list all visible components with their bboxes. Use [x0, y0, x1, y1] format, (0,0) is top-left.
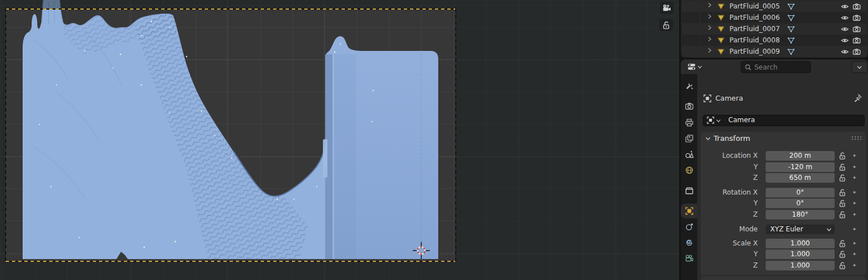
animate-dot[interactable]: [853, 154, 856, 157]
eye-icon[interactable]: [841, 3, 849, 10]
tab-constraints[interactable]: [681, 235, 697, 250]
tab-physics[interactable]: [681, 219, 697, 234]
lock-open-icon[interactable]: [839, 152, 846, 160]
object-name-value: Camera: [728, 116, 755, 124]
animate-dot[interactable]: [853, 176, 856, 179]
animate-dot[interactable]: [853, 166, 856, 168]
animate-dot[interactable]: [853, 253, 856, 255]
expand-chevron-icon[interactable]: [707, 14, 712, 19]
mesh-object-icon: [717, 48, 725, 55]
lock-open-icon[interactable]: [839, 163, 846, 171]
object-square-icon: [685, 206, 694, 216]
location-x-field[interactable]: 200 m: [766, 151, 835, 161]
field-label: Y: [701, 162, 758, 172]
collection-box-icon: [685, 186, 694, 195]
object-name[interactable]: PartFluid_0007: [729, 25, 780, 33]
scale-z-field[interactable]: 1.000: [766, 261, 835, 270]
eye-icon[interactable]: [841, 15, 849, 21]
animate-dot[interactable]: [853, 242, 856, 244]
mesh-object-icon: [717, 2, 725, 10]
location-z-field[interactable]: 650 m: [766, 173, 835, 183]
camera-icon[interactable]: [853, 25, 861, 32]
tab-collection[interactable]: [681, 183, 697, 198]
tab-world[interactable]: [681, 163, 697, 178]
lock-open-icon[interactable]: [839, 250, 846, 259]
lock-open-icon[interactable]: [839, 199, 846, 208]
tab-render[interactable]: [681, 99, 697, 114]
scale-y-field[interactable]: 1.000: [766, 249, 835, 259]
tab-output[interactable]: [681, 115, 697, 130]
rotation-mode-value: XYZ Euler: [770, 225, 803, 233]
camera-icon[interactable]: [853, 48, 861, 55]
render-icon: [685, 102, 694, 111]
rotation-y-field[interactable]: 0°: [766, 199, 835, 208]
animate-dot[interactable]: [853, 264, 856, 266]
properties-options-button[interactable]: [852, 61, 867, 73]
breadcrumb-object-name[interactable]: Camera: [715, 94, 743, 102]
editor-type-button[interactable]: [684, 61, 705, 72]
field-label: Mode: [701, 225, 758, 234]
outliner-row[interactable]: PartFluid_0008: [682, 35, 867, 46]
location-y-field[interactable]: -120 m: [766, 162, 835, 172]
scale-x-field[interactable]: 1.000: [766, 239, 835, 248]
properties-tab-column: [681, 74, 697, 280]
tab-tool[interactable]: [681, 79, 697, 94]
camera-icon[interactable]: [853, 3, 861, 10]
mesh-data-icon: [787, 48, 795, 55]
3d-viewport[interactable]: [0, 0, 679, 280]
search-placeholder: Search: [754, 63, 778, 71]
delta-transform-panel[interactable]: Delta Transform: [701, 276, 866, 280]
animate-dot[interactable]: [853, 191, 856, 193]
object-name-field[interactable]: Camera: [703, 115, 865, 126]
pin-icon[interactable]: [853, 93, 862, 102]
camera-icon[interactable]: [853, 14, 861, 21]
constraint-spiral-icon: [685, 238, 694, 247]
lock-view-button[interactable]: [659, 19, 673, 31]
transform-panel: Transform Location X 200 m Y -120 m Z: [701, 132, 866, 275]
outliner-row[interactable]: PartFluid_0009: [682, 46, 867, 57]
lock-open-icon[interactable]: [839, 239, 846, 248]
animate-dot[interactable]: [853, 202, 856, 204]
animate-dot[interactable]: [853, 213, 856, 216]
lock-open-icon[interactable]: [839, 174, 846, 182]
chevron-down-icon: [716, 118, 721, 123]
tab-object-data[interactable]: [681, 251, 697, 266]
outliner-row[interactable]: PartFluid_0007: [682, 23, 867, 35]
animate-dot[interactable]: [853, 228, 856, 230]
object-name[interactable]: PartFluid_0008: [729, 36, 780, 44]
panel-title: Transform: [714, 134, 750, 143]
outliner-row[interactable]: PartFluid_0005: [682, 1, 867, 12]
eye-icon[interactable]: [841, 37, 849, 44]
eye-icon[interactable]: [841, 49, 849, 55]
properties-panel: Search Camera: [681, 59, 868, 280]
tab-scene[interactable]: [681, 147, 697, 162]
rotation-z-field[interactable]: 180°: [766, 210, 835, 219]
field-label: Location X: [701, 151, 758, 161]
rotation-mode-dropdown[interactable]: XYZ Euler: [766, 225, 835, 234]
lock-open-icon[interactable]: [839, 188, 846, 197]
expand-chevron-icon[interactable]: [707, 2, 712, 8]
field-label: Z: [701, 173, 758, 183]
object-name[interactable]: PartFluid_0009: [729, 48, 780, 55]
eye-icon[interactable]: [841, 26, 849, 32]
physics-orbit-icon: [685, 222, 694, 231]
object-name[interactable]: PartFluid_0006: [729, 14, 780, 21]
panel-drag-handle[interactable]: [851, 136, 861, 140]
blender-window: PartFluid_0005 PartFluid_0006 PartFluid_…: [0, 0, 868, 280]
expand-chevron-icon[interactable]: [707, 36, 712, 42]
field-label: Y: [701, 249, 758, 259]
camera-view-toggle-button[interactable]: [660, 2, 673, 14]
tool-icon: [685, 82, 694, 91]
tab-view-layer[interactable]: [681, 131, 697, 146]
tab-object[interactable]: [681, 204, 697, 218]
expand-chevron-icon[interactable]: [707, 48, 712, 53]
outliner-row[interactable]: PartFluid_0006: [682, 12, 867, 23]
camera-icon[interactable]: [853, 37, 861, 44]
search-input[interactable]: Search: [741, 61, 811, 73]
expand-chevron-icon[interactable]: [707, 25, 712, 31]
lock-open-icon[interactable]: [839, 261, 846, 270]
lock-open-icon[interactable]: [839, 210, 846, 219]
object-name[interactable]: PartFluid_0005: [729, 2, 780, 10]
rotation-x-field[interactable]: 0°: [766, 188, 835, 197]
viewport-scene: [0, 0, 679, 280]
